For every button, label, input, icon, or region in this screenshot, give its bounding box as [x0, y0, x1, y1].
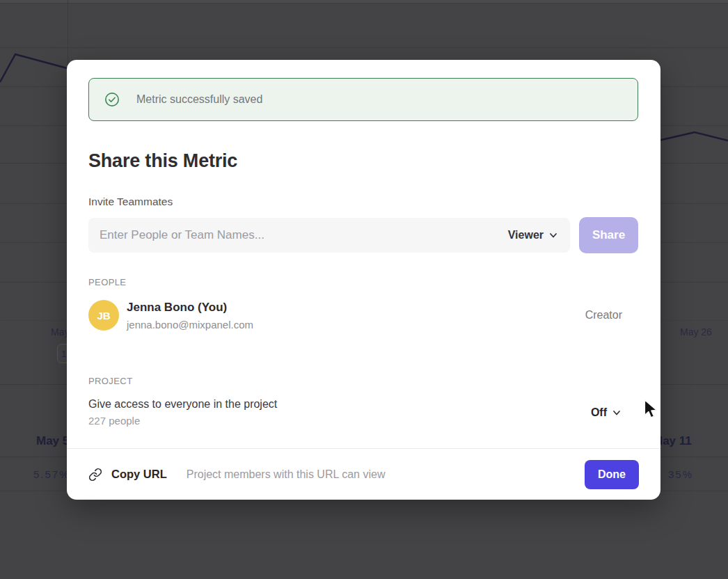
mouse-cursor [641, 399, 660, 420]
project-access-dropdown-value: Off [591, 406, 607, 419]
role-dropdown[interactable]: Viewer [508, 229, 557, 241]
member-email: jenna.bono@mixpanel.com [127, 319, 253, 331]
link-icon[interactable] [88, 468, 102, 482]
project-section-label: PROJECT [88, 376, 638, 386]
copy-url-button[interactable]: Copy URL [111, 468, 167, 481]
table-percent-value: 35% [668, 468, 693, 480]
invite-teammates-label: Invite Teammates [88, 196, 638, 208]
people-section-label: PEOPLE [88, 277, 638, 287]
project-access-title: Give access to everyone in the project [88, 398, 277, 411]
share-button[interactable]: Share [579, 217, 638, 253]
chevron-down-icon [612, 409, 621, 417]
member-role-label: Creator [585, 309, 622, 322]
modal-title: Share this Metric [88, 150, 638, 172]
x-axis-tick-label: May 26 [680, 326, 712, 338]
success-toast: Metric successfully saved [88, 78, 638, 121]
invite-row: Viewer Share [88, 217, 638, 253]
member-text: Jenna Bono (You) jenna.bono@mixpanel.com [127, 301, 253, 331]
project-access-dropdown[interactable]: Off [591, 406, 621, 419]
check-circle-icon [104, 92, 120, 107]
toast-message: Metric successfully saved [136, 93, 262, 106]
table-date-label: May 5 [36, 434, 69, 448]
invite-input-wrap: Viewer [88, 218, 570, 253]
invite-people-input[interactable] [100, 228, 500, 242]
project-access-text: Give access to everyone in the project 2… [88, 398, 277, 427]
share-metric-modal: Metric successfully saved Share this Met… [67, 60, 660, 500]
project-access-row: Give access to everyone in the project 2… [88, 398, 638, 427]
modal-footer: Copy URL Project members with this URL c… [67, 448, 660, 500]
role-dropdown-value: Viewer [508, 229, 544, 241]
member-row: JB Jenna Bono (You) jenna.bono@mixpanel.… [88, 300, 638, 331]
done-button[interactable]: Done [585, 460, 639, 489]
project-people-count: 227 people [88, 415, 277, 427]
table-percent-value: 5.57% [33, 468, 70, 480]
member-name: Jenna Bono (You) [127, 301, 253, 315]
chevron-down-icon [549, 231, 557, 239]
avatar: JB [88, 300, 119, 331]
copy-url-hint: Project members with this URL can view [187, 468, 386, 481]
